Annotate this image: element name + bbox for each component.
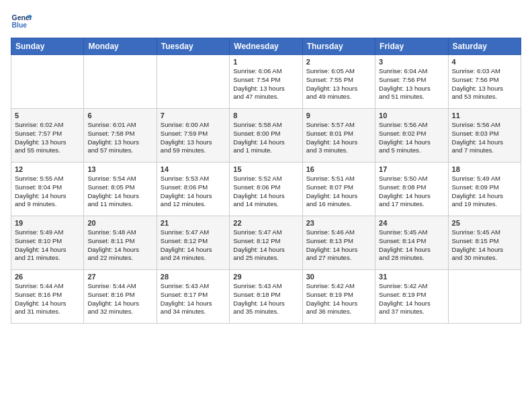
weekday-header-friday: Friday — [375, 38, 448, 55]
calendar-cell: 17Sunrise: 5:50 AM Sunset: 8:08 PM Dayli… — [375, 163, 448, 216]
calendar-cell: 9Sunrise: 5:57 AM Sunset: 8:01 PM Daylig… — [302, 109, 375, 163]
calendar-cell: 7Sunrise: 6:00 AM Sunset: 7:59 PM Daylig… — [157, 109, 229, 163]
day-info: Sunrise: 6:02 AM Sunset: 7:57 PM Dayligh… — [15, 121, 80, 155]
day-info: Sunrise: 5:53 AM Sunset: 8:06 PM Dayligh… — [161, 175, 226, 209]
day-info: Sunrise: 5:51 AM Sunset: 8:07 PM Dayligh… — [306, 175, 371, 209]
calendar-cell: 30Sunrise: 5:42 AM Sunset: 8:19 PM Dayli… — [302, 270, 375, 324]
calendar-cell — [157, 55, 229, 109]
day-number: 31 — [379, 273, 444, 281]
day-info: Sunrise: 5:47 AM Sunset: 8:12 PM Dayligh… — [161, 228, 226, 263]
day-number: 18 — [452, 165, 517, 173]
calendar-cell: 3Sunrise: 6:04 AM Sunset: 7:56 PM Daylig… — [375, 55, 448, 109]
calendar-cell: 29Sunrise: 5:43 AM Sunset: 8:18 PM Dayli… — [230, 270, 302, 324]
calendar-cell: 22Sunrise: 5:47 AM Sunset: 8:12 PM Dayli… — [230, 216, 302, 270]
calendar-cell: 16Sunrise: 5:51 AM Sunset: 8:07 PM Dayli… — [302, 163, 375, 216]
day-number: 11 — [452, 111, 517, 120]
day-info: Sunrise: 5:46 AM Sunset: 8:13 PM Dayligh… — [306, 228, 371, 263]
day-info: Sunrise: 5:45 AM Sunset: 8:15 PM Dayligh… — [452, 228, 517, 263]
calendar-cell: 19Sunrise: 5:49 AM Sunset: 8:10 PM Dayli… — [11, 216, 84, 270]
calendar-cell: 13Sunrise: 5:54 AM Sunset: 8:05 PM Dayli… — [84, 163, 157, 216]
calendar-cell: 2Sunrise: 6:05 AM Sunset: 7:55 PM Daylig… — [302, 55, 375, 109]
logo-icon: General Blue — [11, 11, 32, 32]
calendar-cell: 31Sunrise: 5:42 AM Sunset: 8:19 PM Dayli… — [375, 270, 448, 324]
day-number: 8 — [233, 111, 298, 120]
day-info: Sunrise: 5:57 AM Sunset: 8:01 PM Dayligh… — [306, 121, 371, 155]
calendar-cell: 12Sunrise: 5:55 AM Sunset: 8:04 PM Dayli… — [11, 163, 84, 216]
weekday-header-monday: Monday — [84, 38, 157, 55]
day-info: Sunrise: 5:56 AM Sunset: 8:03 PM Dayligh… — [452, 121, 517, 155]
calendar-cell: 6Sunrise: 6:01 AM Sunset: 7:58 PM Daylig… — [84, 109, 157, 163]
day-number: 17 — [379, 165, 444, 173]
calendar-cell: 20Sunrise: 5:48 AM Sunset: 8:11 PM Dayli… — [84, 216, 157, 270]
day-info: Sunrise: 5:42 AM Sunset: 8:19 PM Dayligh… — [306, 282, 371, 316]
day-number: 27 — [87, 273, 152, 281]
calendar-cell — [11, 55, 84, 109]
week-row-2: 5Sunrise: 6:02 AM Sunset: 7:57 PM Daylig… — [11, 109, 521, 163]
day-info: Sunrise: 5:48 AM Sunset: 8:11 PM Dayligh… — [87, 228, 152, 263]
day-info: Sunrise: 5:49 AM Sunset: 8:09 PM Dayligh… — [452, 175, 517, 209]
day-info: Sunrise: 5:52 AM Sunset: 8:06 PM Dayligh… — [233, 175, 298, 209]
day-number: 13 — [87, 165, 152, 173]
calendar-cell: 24Sunrise: 5:45 AM Sunset: 8:14 PM Dayli… — [375, 216, 448, 270]
calendar-cell: 4Sunrise: 6:03 AM Sunset: 7:56 PM Daylig… — [448, 55, 521, 109]
calendar-cell: 18Sunrise: 5:49 AM Sunset: 8:09 PM Dayli… — [448, 163, 521, 216]
page-header: General Blue — [11, 11, 521, 32]
day-number: 23 — [306, 219, 371, 227]
day-number: 10 — [379, 111, 444, 120]
calendar-cell: 27Sunrise: 5:44 AM Sunset: 8:16 PM Dayli… — [84, 270, 157, 324]
day-info: Sunrise: 5:47 AM Sunset: 8:12 PM Dayligh… — [233, 228, 298, 263]
weekday-header-tuesday: Tuesday — [157, 38, 229, 55]
day-info: Sunrise: 6:03 AM Sunset: 7:56 PM Dayligh… — [452, 67, 517, 101]
calendar-cell — [448, 270, 521, 324]
day-info: Sunrise: 5:56 AM Sunset: 8:02 PM Dayligh… — [379, 121, 444, 155]
calendar-cell: 28Sunrise: 5:43 AM Sunset: 8:17 PM Dayli… — [157, 270, 229, 324]
day-info: Sunrise: 6:05 AM Sunset: 7:55 PM Dayligh… — [306, 67, 371, 101]
day-info: Sunrise: 5:43 AM Sunset: 8:17 PM Dayligh… — [161, 282, 226, 316]
weekday-header-row: SundayMondayTuesdayWednesdayThursdayFrid… — [11, 38, 521, 55]
day-number: 29 — [233, 273, 298, 281]
day-number: 22 — [233, 219, 298, 227]
day-info: Sunrise: 6:01 AM Sunset: 7:58 PM Dayligh… — [87, 121, 152, 155]
day-info: Sunrise: 5:50 AM Sunset: 8:08 PM Dayligh… — [379, 175, 444, 209]
day-info: Sunrise: 5:44 AM Sunset: 8:16 PM Dayligh… — [87, 282, 152, 316]
day-number: 15 — [233, 165, 298, 173]
calendar-cell: 14Sunrise: 5:53 AM Sunset: 8:06 PM Dayli… — [157, 163, 229, 216]
day-number: 16 — [306, 165, 371, 173]
day-number: 19 — [15, 219, 80, 227]
week-row-4: 19Sunrise: 5:49 AM Sunset: 8:10 PM Dayli… — [11, 216, 521, 270]
day-number: 28 — [161, 273, 226, 281]
calendar-table: SundayMondayTuesdayWednesdayThursdayFrid… — [11, 38, 521, 324]
calendar-cell: 10Sunrise: 5:56 AM Sunset: 8:02 PM Dayli… — [375, 109, 448, 163]
weekday-header-saturday: Saturday — [448, 38, 521, 55]
day-number: 4 — [452, 58, 517, 66]
weekday-header-wednesday: Wednesday — [230, 38, 302, 55]
day-number: 26 — [15, 273, 80, 281]
day-number: 2 — [306, 58, 371, 66]
calendar-cell: 5Sunrise: 6:02 AM Sunset: 7:57 PM Daylig… — [11, 109, 84, 163]
day-info: Sunrise: 6:00 AM Sunset: 7:59 PM Dayligh… — [161, 121, 226, 155]
day-info: Sunrise: 5:55 AM Sunset: 8:04 PM Dayligh… — [15, 175, 80, 209]
svg-text:Blue: Blue — [12, 21, 28, 29]
calendar-cell: 1Sunrise: 6:06 AM Sunset: 7:54 PM Daylig… — [230, 55, 302, 109]
calendar-cell: 23Sunrise: 5:46 AM Sunset: 8:13 PM Dayli… — [302, 216, 375, 270]
day-number: 21 — [161, 219, 226, 227]
calendar-cell: 21Sunrise: 5:47 AM Sunset: 8:12 PM Dayli… — [157, 216, 229, 270]
day-number: 1 — [233, 58, 298, 66]
day-number: 7 — [161, 111, 226, 120]
day-number: 6 — [87, 111, 152, 120]
day-info: Sunrise: 5:42 AM Sunset: 8:19 PM Dayligh… — [379, 282, 444, 316]
weekday-header-thursday: Thursday — [302, 38, 375, 55]
day-info: Sunrise: 6:06 AM Sunset: 7:54 PM Dayligh… — [233, 67, 298, 101]
day-number: 30 — [306, 273, 371, 281]
week-row-1: 1Sunrise: 6:06 AM Sunset: 7:54 PM Daylig… — [11, 55, 521, 109]
day-info: Sunrise: 6:04 AM Sunset: 7:56 PM Dayligh… — [379, 67, 444, 101]
weekday-header-sunday: Sunday — [11, 38, 84, 55]
week-row-5: 26Sunrise: 5:44 AM Sunset: 8:16 PM Dayli… — [11, 270, 521, 324]
calendar-cell: 8Sunrise: 5:58 AM Sunset: 8:00 PM Daylig… — [230, 109, 302, 163]
day-number: 12 — [15, 165, 80, 173]
day-number: 5 — [15, 111, 80, 120]
day-info: Sunrise: 5:58 AM Sunset: 8:00 PM Dayligh… — [233, 121, 298, 155]
calendar-cell: 26Sunrise: 5:44 AM Sunset: 8:16 PM Dayli… — [11, 270, 84, 324]
day-number: 20 — [87, 219, 152, 227]
day-info: Sunrise: 5:49 AM Sunset: 8:10 PM Dayligh… — [15, 228, 80, 263]
